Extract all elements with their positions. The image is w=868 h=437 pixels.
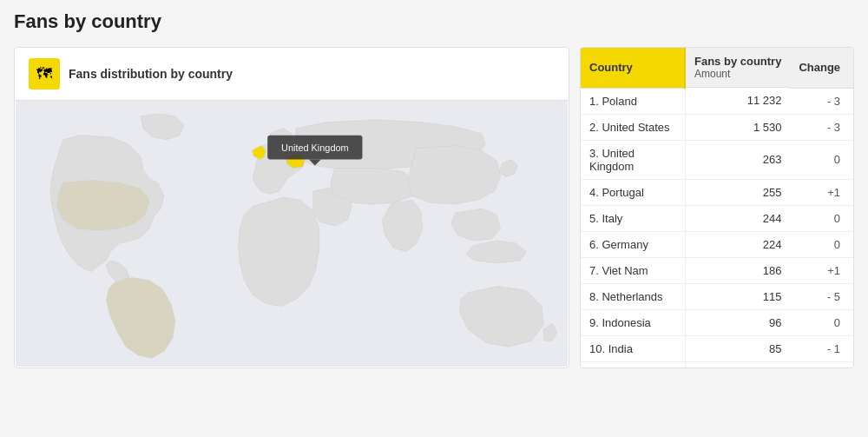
cell-amount: 85 xyxy=(685,335,790,361)
cell-country: 9. Indonesia xyxy=(581,309,685,335)
cell-share: 0.51% xyxy=(849,361,854,368)
cell-country: 8. Netherlands xyxy=(581,283,685,309)
cell-share: 0.75% xyxy=(849,283,854,309)
cell-change: - 1 xyxy=(790,361,849,368)
table-row: 7. Viet Nam 186 +1 1.21% xyxy=(581,257,854,283)
cell-share: 1.71% xyxy=(849,140,854,179)
cell-country: 2. United States xyxy=(581,114,685,140)
table-row: 8. Netherlands 115 - 5 0.75% xyxy=(581,283,854,309)
cell-change: - 3 xyxy=(790,88,849,114)
cell-country: 11. France xyxy=(581,361,685,368)
map-header-label: Fans distribution by country xyxy=(69,67,233,81)
map-header: 🗺 Fans distribution by country xyxy=(15,48,569,101)
cell-amount: 79 xyxy=(685,361,790,368)
cell-amount: 11 232 xyxy=(685,88,790,114)
table-card: Country Fans by country Amount Change Sh… xyxy=(580,47,854,368)
cell-change: - 3 xyxy=(790,114,849,140)
page-title: Fans by country xyxy=(14,10,854,33)
table-row: 2. United States 1 530 - 3 9.95% xyxy=(581,114,854,140)
map-icon-box: 🗺 xyxy=(29,58,60,89)
cell-amount: 186 xyxy=(685,257,790,283)
col-header-share: Share xyxy=(849,48,854,88)
table-row: 11. France 79 - 1 0.51% xyxy=(581,361,854,368)
cell-amount: 255 xyxy=(685,179,790,205)
cell-change: 0 xyxy=(790,309,849,335)
cell-amount: 263 xyxy=(685,140,790,179)
cell-change: +1 xyxy=(790,257,849,283)
cell-change: 0 xyxy=(790,205,849,231)
cell-amount: 1 530 xyxy=(685,114,790,140)
cell-change: 0 xyxy=(790,231,849,257)
page-container: Fans by country 🗺 Fans distribution by c… xyxy=(0,0,868,379)
cell-country: 7. Viet Nam xyxy=(581,257,685,283)
cell-change: +1 xyxy=(790,179,849,205)
table-row: 3. United Kingdom 263 0 1.71% xyxy=(581,140,854,179)
cell-amount: 115 xyxy=(685,283,790,309)
table-row: 4. Portugal 255 +1 1.66% xyxy=(581,179,854,205)
table-row: 1. Poland 11 232 - 3 73.06% xyxy=(581,88,854,114)
table-row: 10. India 85 - 1 0.55% xyxy=(581,335,854,361)
cell-share: 1.46% xyxy=(849,231,854,257)
cell-share: 73.06% xyxy=(849,88,854,114)
cell-country: 4. Portugal xyxy=(581,179,685,205)
table-row: 5. Italy 244 0 1.59% xyxy=(581,205,854,231)
cell-country: 5. Italy xyxy=(581,205,685,231)
cell-amount: 244 xyxy=(685,205,790,231)
cell-share: 0.55% xyxy=(849,335,854,361)
table-body: 1. Poland 11 232 - 3 73.06% 2. United St… xyxy=(581,88,854,368)
map-card: 🗺 Fans distribution by country xyxy=(14,47,569,368)
table-row: 9. Indonesia 96 0 0.62% xyxy=(581,309,854,335)
cell-share: 0.62% xyxy=(849,309,854,335)
cell-share: 1.21% xyxy=(849,257,854,283)
cell-amount: 224 xyxy=(685,231,790,257)
cell-amount: 96 xyxy=(685,309,790,335)
world-map-svg: United Kingdom xyxy=(15,101,569,367)
col-header-change: Change xyxy=(790,48,849,88)
cell-country: 10. India xyxy=(581,335,685,361)
col-header-country: Country xyxy=(581,48,685,88)
cell-change: - 1 xyxy=(790,335,849,361)
cell-share: 1.66% xyxy=(849,179,854,205)
fans-table: Country Fans by country Amount Change Sh… xyxy=(581,48,854,368)
table-row: 6. Germany 224 0 1.46% xyxy=(581,231,854,257)
cell-change: 0 xyxy=(790,140,849,179)
cell-country: 6. Germany xyxy=(581,231,685,257)
map-body: United Kingdom xyxy=(15,101,569,367)
svg-text:United Kingdom: United Kingdom xyxy=(281,142,349,153)
content-row: 🗺 Fans distribution by country xyxy=(14,47,854,368)
cell-country: 3. United Kingdom xyxy=(581,140,685,179)
cell-share: 9.95% xyxy=(849,114,854,140)
col-header-fans: Fans by country Amount xyxy=(686,48,790,88)
map-icon: 🗺 xyxy=(36,65,52,83)
cell-country: 1. Poland xyxy=(581,88,685,114)
cell-change: - 5 xyxy=(790,283,849,309)
cell-share: 1.59% xyxy=(849,205,854,231)
